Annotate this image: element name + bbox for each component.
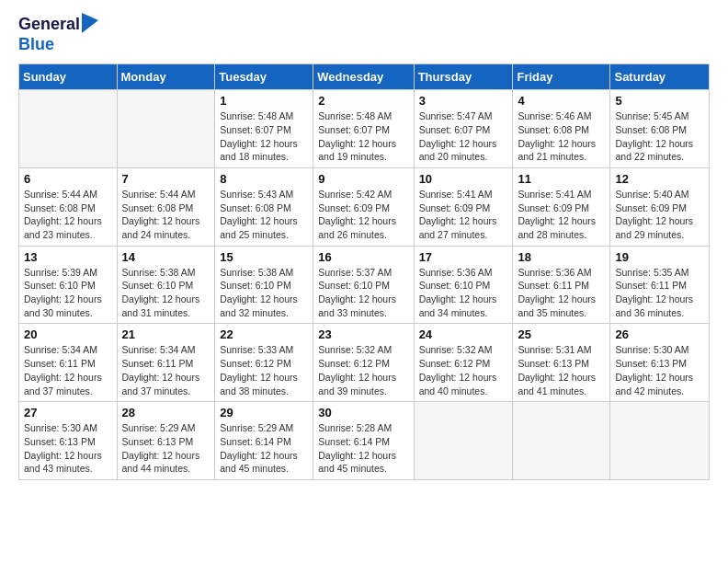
calendar-header-friday: Friday (513, 64, 610, 90)
calendar-cell: 7Sunrise: 5:44 AMSunset: 6:08 PMDaylight… (117, 167, 215, 246)
calendar-cell: 21Sunrise: 5:34 AMSunset: 6:11 PMDayligh… (117, 324, 215, 402)
day-detail: Sunrise: 5:43 AMSunset: 6:08 PMDaylight:… (220, 188, 308, 242)
day-detail: Sunrise: 5:33 AMSunset: 6:12 PMDaylight:… (220, 343, 308, 397)
calendar-cell: 11Sunrise: 5:41 AMSunset: 6:09 PMDayligh… (513, 167, 610, 246)
calendar-cell: 12Sunrise: 5:40 AMSunset: 6:09 PMDayligh… (610, 167, 710, 246)
day-number: 28 (122, 406, 210, 419)
calendar-cell: 16Sunrise: 5:37 AMSunset: 6:10 PMDayligh… (313, 246, 414, 324)
day-number: 12 (615, 172, 704, 186)
day-number: 21 (122, 327, 210, 341)
calendar-cell (414, 402, 513, 480)
calendar-header-wednesday: Wednesday (313, 64, 414, 90)
day-number: 10 (419, 172, 508, 186)
day-number: 2 (318, 94, 408, 108)
svg-marker-0 (82, 13, 98, 33)
calendar-cell: 10Sunrise: 5:41 AMSunset: 6:09 PMDayligh… (414, 167, 513, 246)
week-row-4: 20Sunrise: 5:34 AMSunset: 6:11 PMDayligh… (19, 324, 710, 402)
page: General Blue SundayMondayTuesdayWednesda… (0, 0, 728, 563)
day-detail: Sunrise: 5:48 AMSunset: 6:07 PMDaylight:… (318, 109, 408, 164)
calendar-cell: 28Sunrise: 5:29 AMSunset: 6:13 PMDayligh… (117, 402, 215, 480)
day-detail: Sunrise: 5:36 AMSunset: 6:11 PMDaylight:… (518, 266, 605, 320)
day-number: 5 (615, 94, 704, 108)
day-number: 25 (518, 327, 605, 341)
day-number: 22 (220, 327, 308, 341)
calendar-header-saturday: Saturday (610, 64, 710, 90)
calendar-cell: 14Sunrise: 5:38 AMSunset: 6:10 PMDayligh… (117, 246, 215, 324)
day-detail: Sunrise: 5:38 AMSunset: 6:10 PMDaylight:… (220, 266, 308, 320)
calendar-cell: 17Sunrise: 5:36 AMSunset: 6:10 PMDayligh… (414, 246, 513, 324)
day-number: 30 (318, 406, 408, 419)
day-detail: Sunrise: 5:29 AMSunset: 6:14 PMDaylight:… (220, 421, 308, 476)
calendar-cell (513, 402, 610, 480)
day-number: 1 (220, 94, 308, 108)
calendar-cell: 5Sunrise: 5:45 AMSunset: 6:08 PMDaylight… (610, 90, 710, 168)
day-detail: Sunrise: 5:41 AMSunset: 6:09 PMDaylight:… (419, 188, 508, 242)
calendar-cell: 22Sunrise: 5:33 AMSunset: 6:12 PMDayligh… (215, 324, 313, 402)
calendar-cell: 9Sunrise: 5:42 AMSunset: 6:09 PMDaylight… (313, 167, 414, 246)
day-number: 26 (615, 327, 704, 341)
calendar-cell: 13Sunrise: 5:39 AMSunset: 6:10 PMDayligh… (19, 246, 118, 324)
calendar-cell: 15Sunrise: 5:38 AMSunset: 6:10 PMDayligh… (215, 246, 313, 324)
calendar-header-thursday: Thursday (414, 64, 513, 90)
week-row-3: 13Sunrise: 5:39 AMSunset: 6:10 PMDayligh… (19, 246, 710, 324)
calendar-cell: 24Sunrise: 5:32 AMSunset: 6:12 PMDayligh… (414, 324, 513, 402)
calendar-cell: 8Sunrise: 5:43 AMSunset: 6:08 PMDaylight… (215, 167, 313, 246)
day-detail: Sunrise: 5:40 AMSunset: 6:09 PMDaylight:… (615, 188, 704, 242)
day-detail: Sunrise: 5:29 AMSunset: 6:13 PMDaylight:… (122, 421, 210, 476)
day-detail: Sunrise: 5:34 AMSunset: 6:11 PMDaylight:… (122, 343, 210, 397)
calendar-cell: 6Sunrise: 5:44 AMSunset: 6:08 PMDaylight… (19, 167, 118, 246)
day-detail: Sunrise: 5:37 AMSunset: 6:10 PMDaylight:… (318, 266, 408, 320)
day-number: 19 (615, 250, 704, 264)
day-number: 14 (122, 250, 210, 264)
week-row-5: 27Sunrise: 5:30 AMSunset: 6:13 PMDayligh… (19, 402, 710, 480)
calendar-cell: 29Sunrise: 5:29 AMSunset: 6:14 PMDayligh… (215, 402, 313, 480)
calendar-header-monday: Monday (117, 64, 215, 90)
day-detail: Sunrise: 5:30 AMSunset: 6:13 PMDaylight:… (615, 343, 704, 397)
calendar-cell: 4Sunrise: 5:46 AMSunset: 6:08 PMDaylight… (513, 90, 610, 168)
logo: General Blue (18, 15, 98, 54)
calendar-header-tuesday: Tuesday (215, 64, 313, 90)
calendar-cell: 20Sunrise: 5:34 AMSunset: 6:11 PMDayligh… (19, 324, 118, 402)
calendar-cell: 23Sunrise: 5:32 AMSunset: 6:12 PMDayligh… (313, 324, 414, 402)
week-row-2: 6Sunrise: 5:44 AMSunset: 6:08 PMDaylight… (19, 167, 710, 246)
calendar-cell (19, 90, 118, 168)
logo-icon (82, 13, 98, 33)
day-detail: Sunrise: 5:42 AMSunset: 6:09 PMDaylight:… (318, 188, 408, 242)
day-number: 29 (220, 406, 308, 419)
day-detail: Sunrise: 5:32 AMSunset: 6:12 PMDaylight:… (419, 343, 508, 397)
day-number: 11 (518, 172, 605, 186)
logo-blue: Blue (18, 35, 54, 53)
day-number: 4 (518, 94, 605, 108)
day-detail: Sunrise: 5:41 AMSunset: 6:09 PMDaylight:… (518, 188, 605, 242)
day-number: 6 (24, 172, 112, 186)
day-number: 9 (318, 172, 408, 186)
calendar-cell: 2Sunrise: 5:48 AMSunset: 6:07 PMDaylight… (313, 90, 414, 168)
day-detail: Sunrise: 5:46 AMSunset: 6:08 PMDaylight:… (518, 109, 605, 164)
day-number: 18 (518, 250, 605, 264)
calendar-cell: 3Sunrise: 5:47 AMSunset: 6:07 PMDaylight… (414, 90, 513, 168)
day-detail: Sunrise: 5:45 AMSunset: 6:08 PMDaylight:… (615, 109, 704, 164)
day-detail: Sunrise: 5:39 AMSunset: 6:10 PMDaylight:… (24, 266, 112, 320)
day-detail: Sunrise: 5:28 AMSunset: 6:14 PMDaylight:… (318, 421, 408, 476)
day-detail: Sunrise: 5:30 AMSunset: 6:13 PMDaylight:… (24, 421, 112, 476)
logo-general: General (18, 15, 80, 35)
week-row-1: 1Sunrise: 5:48 AMSunset: 6:07 PMDaylight… (19, 90, 710, 168)
day-detail: Sunrise: 5:48 AMSunset: 6:07 PMDaylight:… (220, 109, 308, 164)
day-number: 8 (220, 172, 308, 186)
day-detail: Sunrise: 5:44 AMSunset: 6:08 PMDaylight:… (24, 188, 112, 242)
day-number: 24 (419, 327, 508, 341)
day-detail: Sunrise: 5:47 AMSunset: 6:07 PMDaylight:… (419, 109, 508, 164)
calendar-cell: 25Sunrise: 5:31 AMSunset: 6:13 PMDayligh… (513, 324, 610, 402)
day-detail: Sunrise: 5:44 AMSunset: 6:08 PMDaylight:… (122, 188, 210, 242)
day-detail: Sunrise: 5:38 AMSunset: 6:10 PMDaylight:… (122, 266, 210, 320)
day-detail: Sunrise: 5:32 AMSunset: 6:12 PMDaylight:… (318, 343, 408, 397)
day-detail: Sunrise: 5:34 AMSunset: 6:11 PMDaylight:… (24, 343, 112, 397)
calendar-cell: 26Sunrise: 5:30 AMSunset: 6:13 PMDayligh… (610, 324, 710, 402)
day-detail: Sunrise: 5:35 AMSunset: 6:11 PMDaylight:… (615, 266, 704, 320)
day-number: 23 (318, 327, 408, 341)
calendar-header-sunday: Sunday (19, 64, 118, 90)
day-number: 15 (220, 250, 308, 264)
header: General Blue (18, 15, 710, 54)
calendar-cell: 18Sunrise: 5:36 AMSunset: 6:11 PMDayligh… (513, 246, 610, 324)
day-number: 3 (419, 94, 508, 108)
